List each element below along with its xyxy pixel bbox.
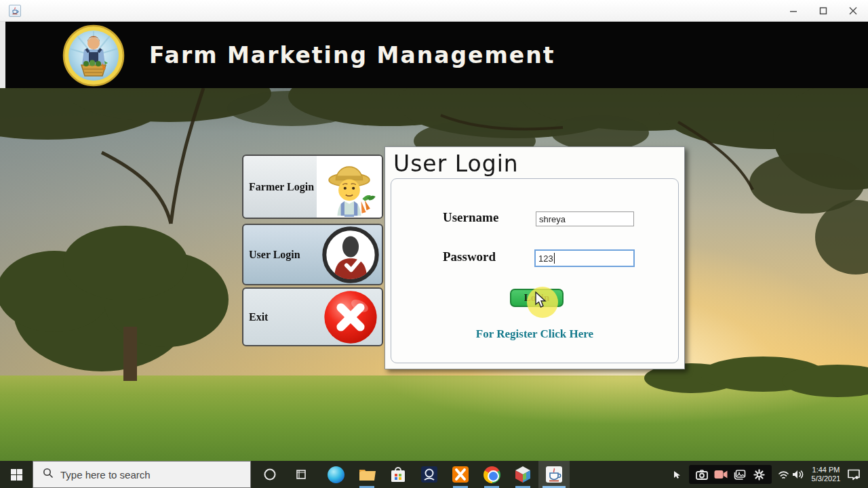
cortana-icon[interactable] [256, 461, 283, 488]
farmer-badge-logo [62, 24, 125, 87]
taskbar-app-netbeans[interactable] [507, 461, 538, 488]
desktop: Farm Marketing Management Farmer Login [0, 0, 868, 488]
taskbar-app-chrome[interactable] [476, 461, 507, 488]
taskbar-app-java[interactable] [538, 461, 570, 488]
red-cross-icon [319, 289, 382, 346]
password-label: Password [443, 249, 496, 264]
settings-gear-icon[interactable] [751, 461, 766, 488]
taskbar-app-camera[interactable] [414, 461, 445, 488]
text-caret [554, 253, 555, 264]
file-explorer-icon [358, 466, 376, 483]
microsoft-store-icon [390, 466, 406, 483]
java-app-icon [545, 466, 563, 483]
taskbar-app-file-explorer[interactable] [351, 461, 382, 488]
exit-button[interactable]: Exit [242, 287, 383, 346]
window-titlebar[interactable] [0, 0, 868, 22]
camera-icon[interactable] [694, 461, 709, 488]
taskbar-clock[interactable]: 1:44 PM 5/3/2021 [806, 466, 846, 483]
exit-label: Exit [243, 311, 319, 323]
taskbar-app-edge[interactable] [320, 461, 351, 488]
network-icon[interactable] [776, 461, 791, 488]
search-input[interactable] [60, 469, 230, 481]
maximize-button[interactable] [808, 0, 838, 22]
user-login-panel: User Login Username Password Login For R… [384, 146, 685, 369]
start-button[interactable] [0, 461, 33, 488]
page-title: Farm Marketing Management [149, 22, 555, 88]
password-field[interactable] [534, 249, 635, 267]
volume-icon[interactable] [791, 461, 806, 488]
login-form-title: User Login [393, 150, 519, 177]
screen-recorder-toolbar [689, 465, 772, 484]
java-cup-icon[interactable] [9, 5, 21, 17]
chrome-icon [484, 466, 500, 483]
minimize-button[interactable] [778, 0, 808, 22]
netbeans-icon [514, 466, 532, 483]
farmer-login-button[interactable]: Farmer Login [242, 155, 383, 219]
action-center-icon[interactable] [846, 461, 861, 488]
farmer-login-label: Farmer Login [243, 181, 317, 193]
user-login-button[interactable]: User Login [242, 224, 383, 285]
app-header: Farm Marketing Management [5, 22, 868, 88]
taskbar-app-xampp[interactable] [445, 461, 476, 488]
edge-icon [328, 466, 344, 483]
system-tray: 1:44 PM 5/3/2021 [670, 461, 868, 488]
user-login-label: User Login [243, 249, 319, 261]
username-label: Username [443, 210, 498, 225]
user-check-icon [319, 226, 382, 284]
taskbar-app-microsoft-store[interactable] [382, 461, 414, 488]
search-icon [43, 468, 54, 481]
video-recorder-icon[interactable] [713, 461, 728, 488]
taskbar: 1:44 PM 5/3/2021 [0, 461, 868, 488]
clock-time: 1:44 PM [811, 466, 841, 474]
task-view-icon[interactable] [288, 461, 315, 488]
xampp-icon [452, 466, 469, 483]
close-button[interactable] [838, 0, 868, 22]
clock-date: 5/3/2021 [811, 474, 841, 483]
taskbar-search[interactable] [33, 461, 251, 488]
window-controls [778, 0, 868, 22]
camera-app-icon [420, 466, 438, 483]
login-button[interactable]: Login [510, 289, 564, 307]
show-hidden-icons[interactable] [670, 461, 685, 488]
register-link[interactable]: For Register Click Here [391, 327, 678, 341]
gallery-icon[interactable] [732, 461, 747, 488]
username-field[interactable] [536, 211, 634, 226]
farmer-emoji-icon [317, 156, 382, 218]
login-form-body: Username Password Login For Register Cli… [391, 178, 679, 363]
window-frame-edge [0, 22, 5, 88]
